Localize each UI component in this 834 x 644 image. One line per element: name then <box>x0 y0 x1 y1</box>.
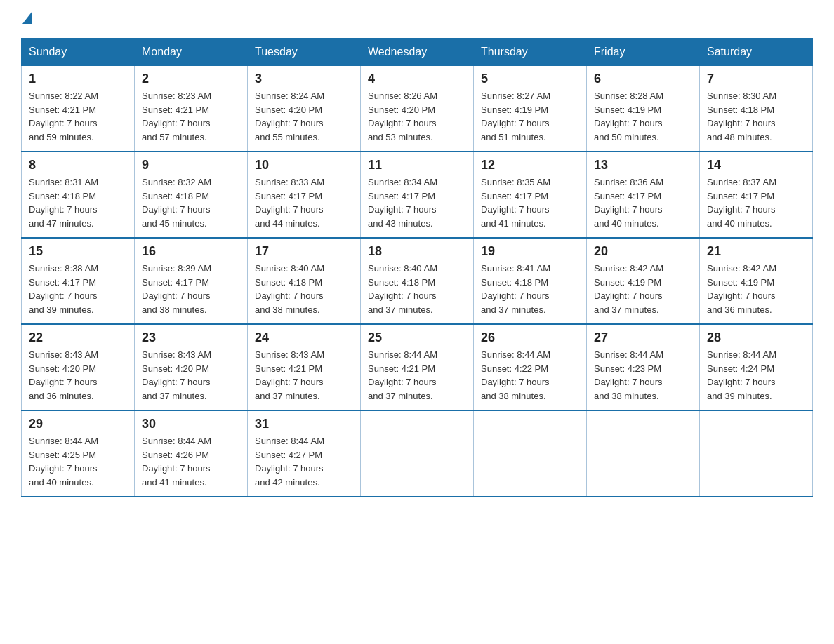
calendar-header-monday: Monday <box>135 39 248 66</box>
day-info: Sunrise: 8:44 AM Sunset: 4:22 PM Dayligh… <box>481 348 579 403</box>
day-number: 3 <box>255 72 353 86</box>
table-row: 6 Sunrise: 8:28 AM Sunset: 4:19 PM Dayli… <box>587 66 700 152</box>
calendar-header-friday: Friday <box>587 39 700 66</box>
calendar-week-1: 1 Sunrise: 8:22 AM Sunset: 4:21 PM Dayli… <box>22 66 813 152</box>
day-info: Sunrise: 8:22 AM Sunset: 4:21 PM Dayligh… <box>29 89 127 144</box>
table-row: 2 Sunrise: 8:23 AM Sunset: 4:21 PM Dayli… <box>135 66 248 152</box>
table-row: 26 Sunrise: 8:44 AM Sunset: 4:22 PM Dayl… <box>474 324 587 410</box>
day-info: Sunrise: 8:44 AM Sunset: 4:23 PM Dayligh… <box>594 348 692 403</box>
day-info: Sunrise: 8:40 AM Sunset: 4:18 PM Dayligh… <box>255 262 353 316</box>
day-info: Sunrise: 8:42 AM Sunset: 4:19 PM Dayligh… <box>707 262 805 316</box>
table-row <box>587 410 700 497</box>
day-info: Sunrise: 8:44 AM Sunset: 4:26 PM Dayligh… <box>142 434 240 489</box>
day-number: 15 <box>29 244 127 259</box>
calendar-header-wednesday: Wednesday <box>361 39 474 66</box>
table-row: 20 Sunrise: 8:42 AM Sunset: 4:19 PM Dayl… <box>587 238 700 324</box>
day-number: 25 <box>368 330 466 345</box>
day-number: 6 <box>594 72 692 86</box>
day-number: 19 <box>481 244 579 259</box>
day-info: Sunrise: 8:27 AM Sunset: 4:19 PM Dayligh… <box>481 89 579 144</box>
day-info: Sunrise: 8:41 AM Sunset: 4:18 PM Dayligh… <box>481 262 579 316</box>
calendar-week-4: 22 Sunrise: 8:43 AM Sunset: 4:20 PM Dayl… <box>22 324 813 410</box>
calendar-header-thursday: Thursday <box>474 39 587 66</box>
table-row: 30 Sunrise: 8:44 AM Sunset: 4:26 PM Dayl… <box>135 410 248 497</box>
calendar-header-saturday: Saturday <box>700 39 813 66</box>
table-row: 19 Sunrise: 8:41 AM Sunset: 4:18 PM Dayl… <box>474 238 587 324</box>
table-row: 28 Sunrise: 8:44 AM Sunset: 4:24 PM Dayl… <box>700 324 813 410</box>
day-number: 27 <box>594 330 692 345</box>
table-row <box>700 410 813 497</box>
table-row: 15 Sunrise: 8:38 AM Sunset: 4:17 PM Dayl… <box>22 238 135 324</box>
table-row: 12 Sunrise: 8:35 AM Sunset: 4:17 PM Dayl… <box>474 152 587 238</box>
day-number: 28 <box>707 330 805 345</box>
table-row: 3 Sunrise: 8:24 AM Sunset: 4:20 PM Dayli… <box>248 66 361 152</box>
day-number: 10 <box>255 158 353 173</box>
logo-arrow-icon <box>22 11 32 24</box>
day-number: 17 <box>255 244 353 259</box>
day-info: Sunrise: 8:28 AM Sunset: 4:19 PM Dayligh… <box>594 89 692 144</box>
table-row: 31 Sunrise: 8:44 AM Sunset: 4:27 PM Dayl… <box>248 410 361 497</box>
table-row: 29 Sunrise: 8:44 AM Sunset: 4:25 PM Dayl… <box>22 410 135 497</box>
day-number: 23 <box>142 330 240 345</box>
day-info: Sunrise: 8:42 AM Sunset: 4:19 PM Dayligh… <box>594 262 692 316</box>
table-row <box>474 410 587 497</box>
day-info: Sunrise: 8:40 AM Sunset: 4:18 PM Dayligh… <box>368 262 466 316</box>
day-number: 14 <box>707 158 805 173</box>
day-number: 18 <box>368 244 466 259</box>
table-row: 23 Sunrise: 8:43 AM Sunset: 4:20 PM Dayl… <box>135 324 248 410</box>
day-info: Sunrise: 8:36 AM Sunset: 4:17 PM Dayligh… <box>594 175 692 230</box>
day-number: 8 <box>29 158 127 173</box>
day-number: 11 <box>368 158 466 173</box>
day-info: Sunrise: 8:44 AM Sunset: 4:27 PM Dayligh… <box>255 434 353 489</box>
calendar-week-5: 29 Sunrise: 8:44 AM Sunset: 4:25 PM Dayl… <box>22 410 813 497</box>
calendar-week-2: 8 Sunrise: 8:31 AM Sunset: 4:18 PM Dayli… <box>22 152 813 238</box>
day-info: Sunrise: 8:31 AM Sunset: 4:18 PM Dayligh… <box>29 175 127 230</box>
table-row: 9 Sunrise: 8:32 AM Sunset: 4:18 PM Dayli… <box>135 152 248 238</box>
table-row <box>361 410 474 497</box>
day-number: 22 <box>29 330 127 345</box>
day-info: Sunrise: 8:24 AM Sunset: 4:20 PM Dayligh… <box>255 89 353 144</box>
day-number: 31 <box>255 417 353 431</box>
day-info: Sunrise: 8:26 AM Sunset: 4:20 PM Dayligh… <box>368 89 466 144</box>
table-row: 5 Sunrise: 8:27 AM Sunset: 4:19 PM Dayli… <box>474 66 587 152</box>
day-info: Sunrise: 8:43 AM Sunset: 4:20 PM Dayligh… <box>29 348 127 403</box>
table-row: 10 Sunrise: 8:33 AM Sunset: 4:17 PM Dayl… <box>248 152 361 238</box>
calendar-table: SundayMondayTuesdayWednesdayThursdayFrid… <box>21 38 813 497</box>
table-row: 25 Sunrise: 8:44 AM Sunset: 4:21 PM Dayl… <box>361 324 474 410</box>
calendar-header-row: SundayMondayTuesdayWednesdayThursdayFrid… <box>22 39 813 66</box>
day-info: Sunrise: 8:30 AM Sunset: 4:18 PM Dayligh… <box>707 89 805 144</box>
day-number: 12 <box>481 158 579 173</box>
day-info: Sunrise: 8:39 AM Sunset: 4:17 PM Dayligh… <box>142 262 240 316</box>
day-info: Sunrise: 8:44 AM Sunset: 4:24 PM Dayligh… <box>707 348 805 403</box>
day-number: 7 <box>707 72 805 86</box>
day-number: 2 <box>142 72 240 86</box>
day-number: 24 <box>255 330 353 345</box>
calendar-header-sunday: Sunday <box>22 39 135 66</box>
day-info: Sunrise: 8:37 AM Sunset: 4:17 PM Dayligh… <box>707 175 805 230</box>
day-info: Sunrise: 8:44 AM Sunset: 4:21 PM Dayligh… <box>368 348 466 403</box>
day-info: Sunrise: 8:33 AM Sunset: 4:17 PM Dayligh… <box>255 175 353 230</box>
day-number: 5 <box>481 72 579 86</box>
day-number: 26 <box>481 330 579 345</box>
table-row: 4 Sunrise: 8:26 AM Sunset: 4:20 PM Dayli… <box>361 66 474 152</box>
table-row: 24 Sunrise: 8:43 AM Sunset: 4:21 PM Dayl… <box>248 324 361 410</box>
table-row: 16 Sunrise: 8:39 AM Sunset: 4:17 PM Dayl… <box>135 238 248 324</box>
day-number: 13 <box>594 158 692 173</box>
day-info: Sunrise: 8:44 AM Sunset: 4:25 PM Dayligh… <box>29 434 127 489</box>
day-number: 20 <box>594 244 692 259</box>
table-row: 11 Sunrise: 8:34 AM Sunset: 4:17 PM Dayl… <box>361 152 474 238</box>
table-row: 22 Sunrise: 8:43 AM Sunset: 4:20 PM Dayl… <box>22 324 135 410</box>
page-header <box>21 14 813 24</box>
day-number: 21 <box>707 244 805 259</box>
table-row: 17 Sunrise: 8:40 AM Sunset: 4:18 PM Dayl… <box>248 238 361 324</box>
day-number: 4 <box>368 72 466 86</box>
day-number: 30 <box>142 417 240 431</box>
day-number: 1 <box>29 72 127 86</box>
table-row: 7 Sunrise: 8:30 AM Sunset: 4:18 PM Dayli… <box>700 66 813 152</box>
day-info: Sunrise: 8:23 AM Sunset: 4:21 PM Dayligh… <box>142 89 240 144</box>
table-row: 14 Sunrise: 8:37 AM Sunset: 4:17 PM Dayl… <box>700 152 813 238</box>
table-row: 18 Sunrise: 8:40 AM Sunset: 4:18 PM Dayl… <box>361 238 474 324</box>
logo <box>21 14 34 24</box>
table-row: 21 Sunrise: 8:42 AM Sunset: 4:19 PM Dayl… <box>700 238 813 324</box>
table-row: 8 Sunrise: 8:31 AM Sunset: 4:18 PM Dayli… <box>22 152 135 238</box>
